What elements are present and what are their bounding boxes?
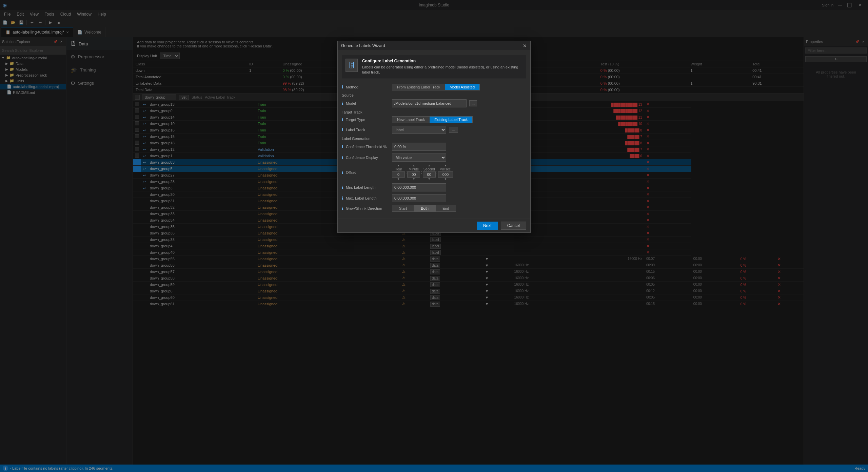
model-row: ℹ Model ... <box>342 99 526 107</box>
minute-down-arrow[interactable]: ▼ <box>412 178 415 181</box>
label-track-info-icon: ℹ <box>342 127 343 132</box>
method-label: ℹ Method <box>342 85 389 89</box>
cancel-button[interactable]: Cancel <box>501 222 526 230</box>
minute-input[interactable] <box>407 171 420 178</box>
target-new-label-track-button[interactable]: New Label Track <box>392 117 430 123</box>
millisec-col: ▲ Millisec. ▼ <box>438 164 453 181</box>
config-title: Configure Label Generation <box>362 59 522 63</box>
confidence-threshold-input[interactable] <box>392 143 446 151</box>
offset-label: ℹ Offset <box>342 170 389 175</box>
second-col: ▲ Second ▼ <box>423 164 436 181</box>
method-model-assisted-button[interactable]: Model Assisted <box>445 84 479 90</box>
max-label-length-row: ℹ Max. Label Length <box>342 194 526 202</box>
generate-labels-modal: Generate Labels Wizard ✕ 🗄 Configure Lab… <box>337 41 531 233</box>
model-input[interactable] <box>392 99 467 107</box>
confidence-threshold-row: ℹ Confidence Threshold % <box>342 143 526 151</box>
min-label-length-input[interactable] <box>392 183 446 191</box>
config-text: Configure Label Generation Labels can be… <box>362 59 522 75</box>
modal-close-button[interactable]: ✕ <box>523 43 527 48</box>
min-label-length-label: ℹ Min. Label Length <box>342 185 389 190</box>
method-toggle-group: From Existing Label Track Model Assisted <box>392 84 480 90</box>
model-info-icon: ℹ <box>342 101 343 106</box>
label-track-edit-button[interactable]: ... <box>449 127 458 133</box>
confidence-display-info-icon: ℹ <box>342 155 343 160</box>
offset-time-input-group: ▲ Hour ▼ : ▲ Minute ▼ : ▲ <box>392 164 453 181</box>
millisec-label: Millisec. <box>439 167 452 171</box>
grow-shrink-label: ℹ Grow/Shrink Direction <box>342 206 389 211</box>
time-sep-1: : <box>406 170 407 175</box>
grow-end-button[interactable]: End <box>436 205 456 211</box>
second-up-arrow[interactable]: ▲ <box>428 164 431 167</box>
model-label: ℹ Model <box>342 101 389 106</box>
target-type-row: ℹ Target Type New Label Track Existing L… <box>342 116 526 123</box>
max-label-info-icon: ℹ <box>342 196 343 201</box>
second-input[interactable] <box>423 171 436 178</box>
modal-title: Generate Labels Wizard <box>341 43 385 48</box>
offset-info-icon: ℹ <box>342 170 343 175</box>
config-banner: 🗄 Configure Label Generation Labels can … <box>342 55 526 79</box>
second-down-arrow[interactable]: ▼ <box>428 178 431 181</box>
modal-header: Generate Labels Wizard ✕ <box>338 41 530 51</box>
millisec-down-arrow[interactable]: ▼ <box>444 178 447 181</box>
max-label-length-input[interactable] <box>392 194 446 202</box>
minute-col: ▲ Minute ▼ <box>407 164 420 181</box>
minute-up-arrow[interactable]: ▲ <box>412 164 415 167</box>
millisec-input[interactable] <box>438 171 453 178</box>
method-info-icon: ℹ <box>342 85 343 89</box>
max-label-length-label: ℹ Max. Label Length <box>342 196 389 201</box>
hour-col: ▲ Hour ▼ <box>392 164 405 181</box>
grow-shrink-toggle-group: Start Both End <box>392 205 456 212</box>
grow-both-button[interactable]: Both <box>414 205 436 211</box>
time-sep-2: : <box>421 170 422 175</box>
target-type-label: ℹ Target Type <box>342 117 389 122</box>
confidence-display-select[interactable]: Min value Max value Mean value <box>392 153 446 162</box>
grow-shrink-row: ℹ Grow/Shrink Direction Start Both End <box>342 205 526 212</box>
target-type-toggle-group: New Label Track Existing Label Track <box>392 116 473 123</box>
target-existing-label-track-button[interactable]: Existing Label Track <box>430 117 472 123</box>
model-browse-button[interactable]: ... <box>469 100 477 106</box>
target-type-info-icon: ℹ <box>342 117 343 122</box>
grow-shrink-info-icon: ℹ <box>342 206 343 211</box>
grow-start-button[interactable]: Start <box>392 205 414 211</box>
confidence-threshold-info-icon: ℹ <box>342 144 343 149</box>
label-generation-section: Label Generation <box>342 137 526 141</box>
confidence-threshold-label: ℹ Confidence Threshold % <box>342 144 389 149</box>
label-track-row: ℹ Label Track label ... <box>342 126 526 134</box>
modal-overlay[interactable]: Generate Labels Wizard ✕ 🗄 Configure Lab… <box>0 0 868 472</box>
second-label: Second <box>423 167 435 171</box>
modal-footer: Next Cancel <box>338 219 530 232</box>
label-track-select[interactable]: label <box>392 126 446 134</box>
method-existing-button[interactable]: From Existing Label Track <box>392 84 445 90</box>
label-track-label: ℹ Label Track <box>342 127 389 132</box>
next-button[interactable]: Next <box>477 222 498 230</box>
target-track-section-label: Target Track <box>342 110 526 114</box>
config-icon: 🗄 <box>346 59 358 72</box>
min-label-info-icon: ℹ <box>342 185 343 190</box>
hour-label: Hour <box>395 167 402 171</box>
time-sep-3: : <box>436 170 437 175</box>
millisec-up-arrow[interactable]: ▲ <box>444 164 447 167</box>
hour-input[interactable] <box>392 171 405 178</box>
hour-up-arrow[interactable]: ▲ <box>397 164 400 167</box>
minute-label: Minute <box>409 167 419 171</box>
modal-body: 🗄 Configure Label Generation Labels can … <box>338 51 530 219</box>
hour-down-arrow[interactable]: ▼ <box>397 178 400 181</box>
min-label-length-row: ℹ Min. Label Length <box>342 183 526 191</box>
config-desc: Labels can be generated using either a p… <box>362 65 522 75</box>
confidence-display-label: ℹ Confidence Display <box>342 155 389 160</box>
source-section-label: Source <box>342 93 526 97</box>
method-row: ℹ Method From Existing Label Track Model… <box>342 84 526 90</box>
offset-row: ℹ Offset ▲ Hour ▼ : ▲ Minute ▼ <box>342 164 526 181</box>
confidence-display-row: ℹ Confidence Display Min value Max value… <box>342 153 526 162</box>
